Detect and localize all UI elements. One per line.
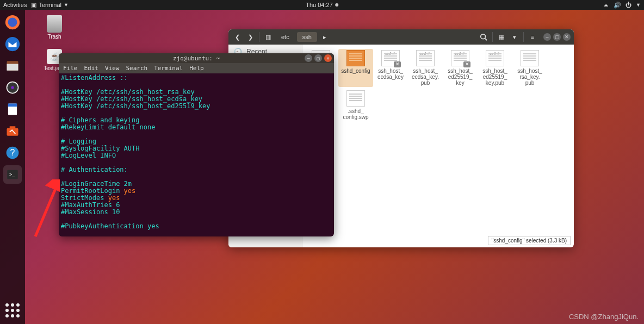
terminal-title: zjq@ubuntu: ~: [173, 55, 220, 62]
path-ssh[interactable]: ssh: [297, 32, 317, 42]
divider: [259, 32, 259, 42]
volume-icon[interactable]: 🔊: [614, 2, 621, 9]
file-label: ssh_host_ ecdsa_key. pub: [409, 68, 442, 86]
nautilus-header: ❮ ❯ ▥ etc ssh ▸ ▦ ▾ ≡ – ▢ ✕: [228, 29, 574, 45]
terminal-titlebar[interactable]: zjq@ubuntu: ~ – ▢ ✕: [59, 53, 334, 63]
file-item[interactable]: .sshd_ config.swp: [338, 89, 373, 121]
minimize-button[interactable]: –: [305, 54, 312, 62]
file-icon: [486, 50, 504, 66]
file-item[interactable]: ssh_host_ rsa_key. pub: [512, 49, 547, 87]
file-label: ssh_host_ ed25519_ key: [444, 68, 476, 86]
dock-help[interactable]: ?: [3, 144, 22, 162]
file-item[interactable]: ✕ssh_host_ ed25519_ key: [443, 49, 478, 87]
svg-rect-10: [7, 128, 18, 136]
file-label: ssh_host_ rsa_key. pub: [513, 68, 546, 86]
activities-button[interactable]: Activities: [3, 2, 27, 8]
power-icon[interactable]: ⏻: [626, 2, 631, 8]
dock-thunderbird[interactable]: [3, 35, 22, 53]
annotation-arrow: [33, 179, 60, 239]
svg-line-17: [485, 39, 487, 41]
nautilus-file-grid[interactable]: ssh_configsshd_config✕ssh_host_ ecdsa_ke…: [302, 45, 574, 247]
svg-point-7: [11, 86, 14, 89]
file-label: sshd_config: [339, 68, 372, 74]
divider: [492, 32, 493, 42]
file-icon: [346, 90, 365, 107]
menu-edit[interactable]: Edit: [84, 65, 99, 72]
nav-forward-button[interactable]: ❯: [245, 32, 256, 42]
file-icon: ✕: [381, 50, 400, 66]
path-more-icon[interactable]: ▸: [319, 32, 330, 42]
terminal-menubar: FileEditViewSearchTerminalHelp: [59, 63, 334, 73]
dock-firefox[interactable]: [3, 13, 22, 32]
chevron-down-icon[interactable]: ▾: [509, 32, 520, 42]
svg-point-16: [481, 34, 486, 39]
file-icon: [521, 50, 539, 66]
top-panel: Activities ▣ Terminal ▼ Thu 04:27 ⏶ 🔊 ⏻ …: [0, 0, 644, 10]
hamburger-menu-button[interactable]: ≡: [527, 32, 538, 42]
dock: ? >_: [0, 10, 25, 324]
dock-rhythmbox[interactable]: [3, 78, 22, 97]
svg-point-1: [8, 18, 17, 27]
svg-text:?: ?: [10, 148, 15, 157]
close-button[interactable]: ✕: [563, 33, 571, 41]
divider: [523, 32, 524, 42]
desktop-trash-label: Trash: [38, 34, 71, 40]
path-root-icon[interactable]: ▥: [263, 32, 274, 42]
maximize-button[interactable]: ▢: [314, 54, 322, 62]
close-button[interactable]: ✕: [324, 54, 332, 62]
menu-file[interactable]: File: [63, 65, 78, 72]
dock-files[interactable]: [3, 57, 22, 75]
search-icon: [480, 33, 487, 41]
menu-search[interactable]: Search: [126, 65, 148, 72]
dock-software[interactable]: [3, 122, 22, 140]
dock-terminal[interactable]: >_: [3, 165, 22, 184]
file-item[interactable]: ssh_host_ ed25519_ key.pub: [478, 49, 512, 87]
file-icon: [346, 50, 365, 66]
svg-rect-4: [7, 64, 18, 71]
dock-writer[interactable]: [3, 100, 22, 119]
watermark: CSDN @ZhangJiQun.: [569, 313, 639, 321]
app-menu[interactable]: ▣ Terminal ▼: [31, 2, 69, 9]
terminal-body[interactable]: #ListenAddress :: #HostKey /etc/ssh/ssh_…: [59, 73, 334, 236]
nav-back-button[interactable]: ❮: [232, 32, 243, 42]
clock[interactable]: Thu 04:27: [306, 2, 338, 8]
noaccess-badge-icon: ✕: [394, 61, 401, 67]
file-item[interactable]: sshd_config: [338, 49, 373, 87]
terminal-window: zjq@ubuntu: ~ – ▢ ✕ FileEditViewSearchTe…: [59, 53, 334, 236]
nautilus-statusbar: "sshd_config" selected (3.3 kB): [488, 236, 571, 245]
menu-view[interactable]: View: [105, 65, 120, 72]
search-button[interactable]: [478, 32, 489, 42]
file-item[interactable]: ssh_host_ ecdsa_key. pub: [408, 49, 443, 87]
svg-rect-9: [8, 103, 17, 107]
svg-text:>_: >_: [9, 172, 15, 177]
network-icon[interactable]: ⏶: [603, 2, 609, 8]
noaccess-badge-icon: ✕: [463, 61, 470, 67]
app-grid-button[interactable]: [3, 301, 22, 320]
file-item[interactable]: ✕ssh_host_ ecdsa_key: [373, 49, 408, 87]
file-icon: ✕: [451, 50, 469, 66]
terminal-icon: ▣: [31, 2, 36, 9]
minimize-button[interactable]: –: [543, 33, 551, 41]
path-etc[interactable]: etc: [276, 32, 295, 42]
trash-icon: [47, 15, 62, 33]
file-label: ssh_host_ ed25519_ key.pub: [479, 68, 511, 86]
menu-terminal[interactable]: Terminal: [154, 65, 183, 72]
recording-dot-icon: [335, 3, 338, 7]
view-grid-button[interactable]: ▦: [496, 32, 507, 42]
file-label: ssh_host_ ecdsa_key: [374, 68, 407, 80]
clock-text: Thu 04:27: [306, 2, 333, 8]
svg-line-18: [35, 185, 57, 236]
chevron-down-icon[interactable]: ▼: [636, 2, 641, 8]
svg-rect-11: [10, 126, 16, 129]
file-label: .sshd_ config.swp: [339, 108, 372, 120]
app-menu-label: Terminal: [39, 2, 61, 8]
svg-point-2: [5, 37, 20, 51]
chevron-down-icon: ▼: [64, 2, 69, 8]
file-icon: [416, 50, 435, 66]
menu-help[interactable]: Help: [189, 65, 204, 72]
desktop-trash[interactable]: Trash: [38, 15, 71, 40]
maximize-button[interactable]: ▢: [553, 33, 561, 41]
